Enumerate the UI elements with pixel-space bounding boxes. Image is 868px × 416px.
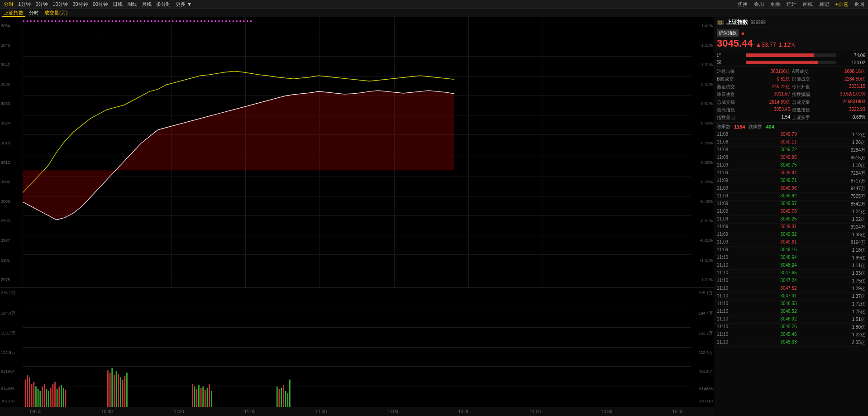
sh-pbar-outer [746,53,836,57]
svg-rect-21 [107,370,109,407]
tick-row: 11:083049.791.12亿 [714,131,868,139]
subtabs-bar: 上证指数 分时 成交量(万) [0,9,868,17]
tick-row: 11:103047.241.75亿 [714,277,868,285]
sh-pbar-row: 沪 74.06 [717,52,865,58]
tick-row: 11:093049.847294万 [714,170,868,177]
progress-bars-section: 沪 74.06 深 134.02 [714,51,868,67]
chart-area[interactable]: 3054 3048 3042 3036 3030 3024 3018 3012 … [0,17,714,416]
sh-selector[interactable]: 沪深指数 [717,29,739,37]
svg-rect-3 [29,377,30,407]
tick-row: 11:103045.332.05亿 [714,339,868,347]
btn-overlay[interactable]: 叠加 [752,1,766,8]
svg-rect-6 [35,386,37,407]
svg-rect-15 [54,382,56,407]
svg-rect-41 [277,386,278,407]
svg-rect-40 [211,391,212,407]
btn-mark[interactable]: 标记 [817,1,831,8]
tick-row: 11:103048.241.11亿 [714,262,868,270]
price-chart: 3054 3048 3042 3036 3030 3024 3018 3012 … [0,17,714,296]
price-change: ▲33.77 [756,41,776,48]
stat-high: 最高指数 3053.45 [717,106,790,114]
svg-rect-25 [116,371,117,407]
svg-rect-2 [27,375,28,407]
stat-gdzchj: 国债成交 2284.50亿 [792,76,865,83]
tick-row: 11:103046.551.72亿 [714,301,868,308]
svg-rect-34 [198,385,200,407]
tick-row: 11:083050.111.26亿 [714,139,868,147]
btn-draw[interactable]: 画线 [801,1,815,8]
volume-bars-svg [23,288,691,407]
price-lines-svg [23,17,691,296]
timeframe-5min[interactable]: 5分钟 [33,1,50,8]
timeframe-weekly[interactable]: 周线 [125,1,139,8]
subtab-volume[interactable]: 成交量(万) [43,10,69,16]
subtab-分时[interactable]: 分时 [27,10,41,16]
svg-rect-47 [289,379,291,407]
svg-rect-5 [33,382,34,407]
svg-rect-43 [281,387,282,407]
timeframe-30min[interactable]: 30分钟 [71,1,90,8]
svg-rect-37 [205,390,206,407]
svg-rect-12 [48,391,49,407]
btn-watchlist[interactable]: +自选 [834,1,850,8]
tick-row: 11:093049.161.18亿 [714,247,868,254]
tick-list[interactable]: 11:083049.791.12亿11:083050.111.26亿11:083… [714,131,868,416]
btn-stats[interactable]: 统计 [785,1,798,8]
svg-rect-14 [52,384,53,407]
rise-fall-section: 涨家数 1184 跌家数 404 [714,122,868,131]
svg-rect-44 [283,385,284,407]
timeframe-1min[interactable]: 1分钟 [16,1,33,8]
timeframe-daily[interactable]: 日线 [111,1,124,8]
svg-rect-22 [110,373,111,407]
svg-rect-10 [44,384,45,407]
tick-row: 11:093049.969447万 [714,185,868,193]
stat-open: 今日开盘 3036.15 [792,83,865,91]
timeframe-monthly[interactable]: 月线 [140,1,153,8]
svg-marker-0 [23,91,454,220]
exchange-indicator: ■ [741,31,744,36]
stats-section: 沪总市值 363166亿 A股成交 2608.18亿 B股成交 0.82亿 国债… [714,67,868,122]
svg-rect-26 [118,374,119,407]
timeframe-15min[interactable]: 15分钟 [51,1,70,8]
g-marker: G [717,20,724,25]
svg-rect-27 [120,377,121,407]
svg-rect-8 [39,391,41,407]
svg-rect-45 [285,391,286,407]
stat-total-amt: 总成交额 2614.69亿 [717,99,790,106]
indicator-dots: ● ● ● ● ● ● ● ● ● ● ● ● ● ● ● ● ● ● ● ● [23,19,691,23]
volume-y-labels-left: 215.1万 184.4万 153.7万 122.9万 921954 61463… [0,288,23,407]
btn-switch[interactable]: 切换 [736,1,749,8]
stat-huzongsz: 沪总市值 363166亿 [717,68,790,75]
btn-replay[interactable]: 重播 [768,1,782,8]
toolbar: 分时 1分钟 5分钟 15分钟 30分钟 60分钟 日线 周线 月线 多分时 更… [0,0,868,9]
svg-rect-16 [57,388,58,407]
svg-rect-4 [31,384,33,407]
index-name: 上证指数 [726,19,748,26]
timeframe-more[interactable]: 更多 ▼ [174,1,194,8]
tick-row: 11:083049.729284万 [714,147,868,154]
svg-rect-9 [42,386,43,407]
subtab-index[interactable]: 上证指数 [2,10,25,17]
stat-aguchj: A股成交 2608.18亿 [792,68,865,75]
timeframe-60min[interactable]: 60分钟 [91,1,110,8]
svg-rect-32 [194,386,196,407]
svg-rect-30 [126,373,128,407]
timeframe-multimin[interactable]: 多分时 [154,1,173,8]
stat-total-vol: 总成交量 246931803 [792,99,865,106]
tick-row: 11:103045.761.80亿 [714,324,868,331]
svg-rect-46 [287,393,288,407]
btn-back[interactable]: 返回 [853,1,866,8]
svg-rect-29 [124,376,125,407]
stat-turnover: 上证换手 0.69% [792,114,865,121]
x-axis: 09:30 10:00 10:30 11:00 11:30 13:00 13:3… [0,407,714,416]
timeframe-分时[interactable]: 分时 [2,1,15,8]
svg-rect-19 [63,387,64,407]
stat-yclose: 昨日收盘 3011.67 [717,91,790,98]
main-container: 3054 3048 3042 3036 3030 3024 3018 3012 … [0,17,868,416]
right-panel: G 上证指数 999999 沪深指数 ■ 3045.44 ▲33.77 1.12… [714,17,868,416]
svg-rect-18 [61,385,62,407]
sh-pbar-fill [746,53,814,57]
svg-rect-24 [114,375,115,407]
volume-chart: 215.1万 184.4万 153.7万 122.9万 921954 61463… [0,287,714,407]
tick-row: 11:093049.751.10亿 [714,162,868,170]
